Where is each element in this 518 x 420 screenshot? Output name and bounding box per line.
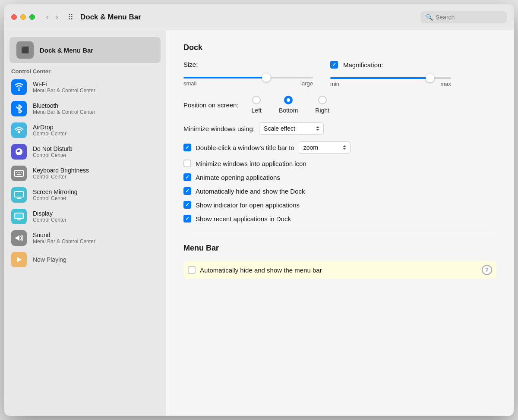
back-button[interactable]: ‹ [44,12,51,22]
menu-bar-auto-hide-label: Automatically hide and show the menu bar [200,266,322,274]
forward-button[interactable]: › [53,12,61,22]
size-label-row: Size: [183,61,313,68]
minimize-label: Minimize windows using: [183,125,255,132]
main-content: Dock Size: small large [166,30,514,416]
size-label: Size: [183,61,198,68]
bluetooth-icon [11,101,27,116]
menu-bar-section: Menu Bar Automatically hide and show the… [183,244,496,279]
indicator-row: Show indicator for open applications [183,201,496,209]
sidebar-item-bluetooth[interactable]: Bluetooth Menu Bar & Control Center [4,98,166,119]
position-radio-group: Left Bottom Right [252,96,329,114]
sidebar-item-dnd[interactable]: Do Not Disturb Control Center [4,141,166,163]
animate-label: Animate opening applications [196,174,280,181]
dock-menu-bar-icon: ⬛ [16,41,34,59]
magnification-checkbox[interactable] [330,61,338,69]
auto-hide-checkbox[interactable] [183,187,191,195]
help-button[interactable]: ? [482,265,492,275]
magnification-slider[interactable] [330,77,451,79]
display-text: Display Control Center [33,210,66,223]
sidebar-item-airdrop[interactable]: AirDrop Control Center [4,119,166,141]
animate-checkbox[interactable] [183,173,191,181]
position-right-radio[interactable] [318,96,327,104]
size-max-label: large [300,80,313,87]
minimize-app-icon-checkbox[interactable] [183,160,191,167]
magnification-label: Magnification: [343,61,383,69]
animate-row: Animate opening applications [183,173,496,181]
double-click-dropdown[interactable]: zoom minimize [299,141,351,154]
svg-rect-9 [16,214,22,218]
svg-marker-10 [17,257,22,262]
sidebar-item-wifi[interactable]: Wi-Fi Menu Bar & Control Center [4,76,166,98]
maximize-button[interactable] [29,14,35,20]
minimize-app-icon-row: Minimize windows into application icon [183,160,496,167]
size-slider-labels: small large [183,80,313,87]
sidebar-item-keyboard[interactable]: Keyboard Brightness Control Center [4,163,166,184]
bluetooth-text: Bluetooth Menu Bar & Control Center [33,102,95,115]
position-right-option[interactable]: Right [315,96,329,114]
section-divider [183,233,496,233]
keyboard-icon [11,166,27,181]
position-left-radio[interactable] [252,96,261,104]
mirroring-text: Screen Mirroring Control Center [33,188,77,201]
double-click-label: Double-click a window's title bar to [196,144,294,151]
sidebar-item-dock[interactable]: ⬛ Dock & Menu Bar [9,37,161,63]
airdrop-icon [11,122,27,138]
recent-apps-label: Show recent applications in Dock [196,215,291,223]
window-title: Dock & Menu Bar [80,13,415,22]
search-input[interactable] [436,14,502,21]
mag-slider-labels: min max [330,81,451,87]
nowplaying-text: Now Playing [33,256,66,263]
nowplaying-icon [11,252,27,267]
size-min-label: small [183,80,196,87]
sidebar-item-nowplaying[interactable]: Now Playing [4,249,166,270]
display-icon [11,209,27,224]
indicator-label: Show indicator for open applications [196,201,300,209]
dock-icon-symbol: ⬛ [21,46,29,54]
content-area: ⬛ Dock & Menu Bar Control Center Wi-Fi M… [4,30,514,416]
sidebar-item-mirroring[interactable]: Screen Mirroring Control Center [4,184,166,206]
titlebar: ‹ › ⠿ Dock & Menu Bar 🔍 [4,4,514,30]
position-bottom-label: Bottom [279,107,298,114]
double-click-row: Double-click a window's title bar to zoo… [183,141,496,154]
sidebar: ⬛ Dock & Menu Bar Control Center Wi-Fi M… [4,30,166,416]
close-button[interactable] [11,14,17,20]
magnification-label-row: Magnification: [330,61,451,69]
sidebar-item-display[interactable]: Display Control Center [4,206,166,227]
search-box[interactable]: 🔍 [420,11,507,23]
airdrop-text: AirDrop Control Center [33,124,66,137]
main-window: ‹ › ⠿ Dock & Menu Bar 🔍 ⬛ Dock & Menu Ba… [4,4,514,416]
menu-bar-auto-hide-row: Automatically hide and show the menu bar… [183,261,496,279]
wifi-text: Wi-Fi Menu Bar & Control Center [33,81,95,94]
position-left-label: Left [252,107,262,114]
nav-buttons: ‹ › [44,12,61,22]
recent-apps-checkbox[interactable] [183,215,191,223]
minimize-dropdown[interactable]: Scale effect Genie effect [259,122,324,135]
minimize-button[interactable] [20,14,26,20]
position-left-option[interactable]: Left [252,96,262,114]
indicator-checkbox[interactable] [183,201,191,209]
sidebar-item-sound[interactable]: Sound Menu Bar & Control Center [4,227,166,249]
svg-point-0 [18,131,20,133]
sidebar-dock-label: Dock & Menu Bar [40,47,93,54]
sound-icon [11,230,27,246]
mirroring-icon [11,187,27,203]
position-label: Position on screen: [183,101,239,109]
double-click-checkbox[interactable] [183,144,191,151]
magnification-group: Magnification: min max [330,61,451,87]
control-center-section-label: Control Center [4,65,166,76]
menu-bar-auto-hide-checkbox[interactable] [188,266,196,274]
position-right-label: Right [315,107,329,114]
grid-icon: ⠿ [68,13,73,22]
dock-header: Dock [183,43,496,52]
size-slider[interactable] [183,77,313,78]
auto-hide-row: Automatically hide and show the Dock [183,187,496,195]
minimize-row: Minimize windows using: Scale effect Gen… [183,122,496,135]
position-row: Position on screen: Left Bottom Right [183,96,496,114]
sliders-row: Size: small large Magnification: [183,61,496,87]
svg-rect-7 [15,191,23,197]
wifi-icon [11,79,27,95]
position-bottom-option[interactable]: Bottom [279,96,298,114]
auto-hide-label: Automatically hide and show the Dock [196,188,305,195]
dnd-text: Do Not Disturb Control Center [33,145,73,158]
position-bottom-radio[interactable] [284,96,293,104]
